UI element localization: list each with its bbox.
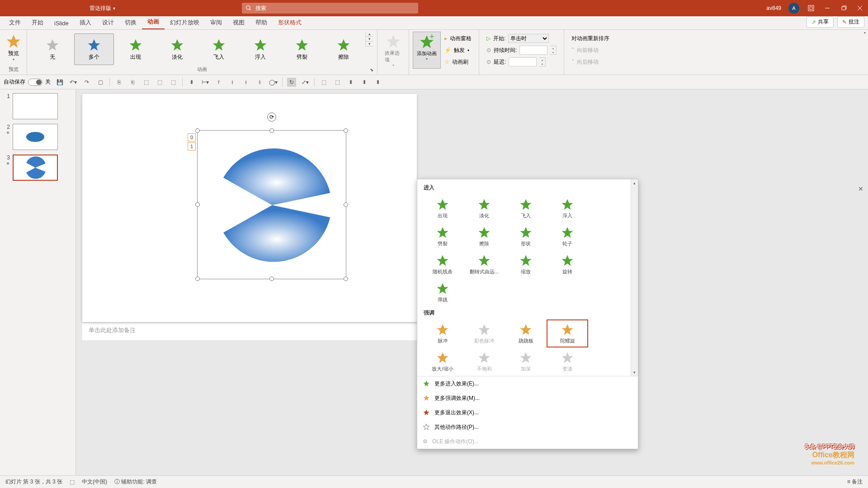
emphasis-彩色脉冲[interactable]: 彩色脉冲	[463, 319, 505, 347]
add-animation-button[interactable]: + 添加动画 ▾	[413, 32, 441, 69]
tab-帮助[interactable]: 帮助	[250, 16, 273, 29]
autosave-toggle[interactable]: 自动保存关	[4, 78, 51, 86]
align-icon[interactable]: ⬍	[187, 78, 196, 87]
resize-handle-w[interactable]	[195, 202, 200, 207]
more-emphasis-menu[interactable]: 更多强调效果(M)...	[417, 391, 638, 405]
delay-input[interactable]	[509, 57, 537, 66]
search-box[interactable]: 搜索	[242, 3, 418, 14]
entrance-飞入[interactable]: 飞入	[505, 194, 547, 222]
align-h-icon[interactable]: ⫲	[228, 78, 237, 87]
tab-切换[interactable]: 切换	[119, 16, 142, 29]
more-path-menu[interactable]: 其他动作路径(P)...	[417, 420, 638, 434]
more-entrance-menu[interactable]: 更多进入效果(E)...	[417, 376, 638, 391]
close-icon[interactable]	[855, 4, 864, 13]
gallery-item-淡化[interactable]: 淡化	[157, 33, 197, 65]
qat-icon-2[interactable]: ⎗	[128, 78, 137, 87]
save-icon[interactable]: 💾	[55, 78, 64, 87]
resize-handle-n[interactable]	[269, 128, 274, 133]
animation-tag-1[interactable]: 1	[188, 142, 196, 150]
ribbon-display-icon[interactable]	[807, 4, 816, 13]
duration-input[interactable]	[519, 46, 547, 55]
tab-动画[interactable]: 动画	[142, 15, 165, 29]
resize-handle-sw[interactable]	[195, 277, 200, 281]
emphasis-放大/缩小[interactable]: 放大/缩小	[422, 347, 463, 375]
rotation-handle[interactable]: ⟳	[267, 113, 276, 122]
gallery-item-擦除[interactable]: 擦除	[324, 33, 363, 65]
delay-spinner[interactable]: ▴▾	[539, 57, 546, 66]
emphasis-加深[interactable]: 加深	[505, 347, 547, 375]
present-icon[interactable]: ▢	[96, 78, 105, 87]
dialog-launcher-icon[interactable]: ⬊	[370, 67, 376, 74]
tab-幻灯片放映[interactable]: 幻灯片放映	[165, 16, 205, 29]
entrance-出现[interactable]: 出现	[422, 194, 463, 222]
emphasis-脉冲[interactable]: 脉冲	[422, 319, 463, 347]
shape-selection[interactable]: ⟳ 0 1	[197, 130, 346, 279]
gallery-item-浮入[interactable]: 浮入	[241, 33, 280, 65]
entrance-劈裂[interactable]: 劈裂	[422, 222, 463, 250]
gallery-item-劈裂[interactable]: 劈裂	[282, 33, 322, 65]
resize-handle-e[interactable]	[344, 202, 348, 207]
user-name[interactable]: av849	[766, 5, 781, 11]
align-center-icon[interactable]: ⫯	[214, 78, 223, 87]
rotate-icon[interactable]: ↻	[287, 78, 296, 87]
restore-icon[interactable]	[839, 4, 848, 13]
bring-forward-icon[interactable]: ⬚	[319, 78, 328, 87]
entrance-随机线条[interactable]: 随机线条	[422, 250, 463, 278]
qat-icon-1[interactable]: ⎘	[114, 78, 123, 87]
emphasis-跷跷板[interactable]: 跷跷板	[505, 319, 547, 347]
align-left-icon[interactable]: ⊢▾	[201, 78, 210, 87]
task-pane-close-icon[interactable]: ✕	[856, 184, 865, 193]
gallery-item-多个[interactable]: 多个	[74, 33, 114, 65]
entrance-翻转式由远...[interactable]: 翻转式由远...	[463, 250, 505, 278]
dropdown-scrollbar[interactable]: ▴▾	[631, 179, 638, 376]
entrance-形状[interactable]: 形状	[505, 222, 547, 250]
entrance-轮子[interactable]: 轮子	[547, 222, 588, 250]
animation-painter-button[interactable]: ☆动画刷	[444, 57, 472, 67]
minimize-icon[interactable]	[823, 4, 832, 13]
qat-icon-3[interactable]: ⬚	[142, 78, 151, 87]
undo-icon[interactable]: ↶▾	[69, 78, 78, 87]
emphasis-变淡[interactable]: 变淡	[547, 347, 588, 375]
flip-icon[interactable]: ⤢▾	[301, 78, 310, 87]
tab-设计[interactable]: 设计	[97, 16, 119, 29]
tab-审阅[interactable]: 审阅	[205, 16, 227, 29]
tab-视图[interactable]: 视图	[227, 16, 250, 29]
gallery-scrollbar[interactable]: ▴▾▾	[365, 32, 373, 47]
entrance-淡化[interactable]: 淡化	[463, 194, 505, 222]
avatar[interactable]: A	[788, 3, 799, 14]
gallery-item-无[interactable]: 无	[33, 33, 72, 65]
tab-开始[interactable]: 开始	[26, 16, 49, 29]
qat-more-1[interactable]: ⬍	[346, 78, 355, 87]
redo-icon[interactable]: ↷	[82, 78, 91, 87]
emphasis-不饱和[interactable]: 不饱和	[463, 347, 505, 375]
entrance-浮入[interactable]: 浮入	[547, 194, 588, 222]
preview-button[interactable]: 预览 ▾	[2, 32, 25, 63]
tab-形状格式[interactable]: 形状格式	[273, 16, 307, 29]
distribute-icon[interactable]: ⫴	[255, 78, 264, 87]
slide-canvas[interactable]: ⟳ 0 1	[82, 94, 417, 322]
slide-thumbnail-2[interactable]	[13, 124, 58, 150]
start-select[interactable]: 单击时	[508, 34, 549, 43]
tab-插入[interactable]: 插入	[74, 16, 97, 29]
qat-more-2[interactable]: ⬍	[360, 78, 369, 87]
entrance-弹跳[interactable]: 弹跳	[422, 278, 463, 306]
collapse-ribbon-icon[interactable]: ˄	[862, 30, 868, 75]
resize-handle-nw[interactable]	[195, 128, 200, 133]
animation-tag-0[interactable]: 0	[188, 133, 196, 141]
move-later-button[interactable]: ˅向后移动	[571, 57, 609, 67]
effect-options-button[interactable]: 效果选项 ▾	[381, 32, 405, 69]
share-button[interactable]: ⇗共享	[807, 16, 834, 28]
document-title[interactable]: 雷达排版▾	[90, 5, 115, 12]
duration-spinner[interactable]: ▴▾	[550, 46, 557, 55]
slide-thumbnail-3[interactable]	[13, 155, 58, 181]
shape-fill-icon[interactable]: ◯▾	[269, 78, 278, 87]
send-backward-icon[interactable]: ⬚	[333, 78, 342, 87]
more-exit-menu[interactable]: 更多退出效果(X)...	[417, 405, 638, 420]
animation-pane-button[interactable]: ▸动画窗格	[444, 33, 472, 43]
language-status[interactable]: 中文(中国)	[82, 478, 107, 486]
qat-icon-4[interactable]: ⬚	[155, 78, 164, 87]
align-v-icon[interactable]: ⫳	[241, 78, 250, 87]
entrance-擦除[interactable]: 擦除	[463, 222, 505, 250]
entrance-缩放[interactable]: 缩放	[505, 250, 547, 278]
gallery-item-出现[interactable]: 出现	[116, 33, 156, 65]
